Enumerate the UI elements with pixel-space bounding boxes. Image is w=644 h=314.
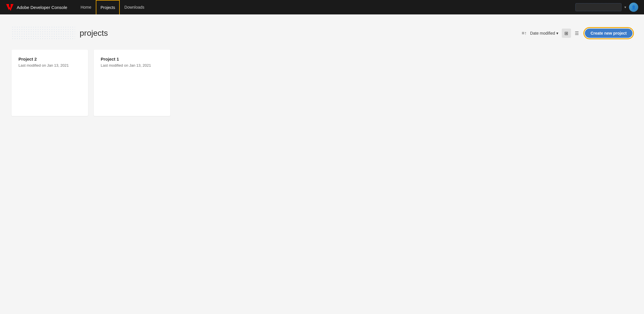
sort-chevron-icon: ▾	[556, 31, 558, 35]
page-title: projects	[80, 29, 108, 38]
nav-home[interactable]: Home	[76, 0, 96, 14]
view-toggle: ⊞ ☰	[562, 29, 581, 38]
sort-dropdown[interactable]: Date modified ▾	[530, 31, 558, 35]
project-card[interactable]: Project 1Last modified on Jan 13, 2021	[94, 50, 170, 116]
list-view-button[interactable]: ☰	[572, 29, 581, 38]
sort-icon: ≡↑	[522, 31, 527, 36]
nav-projects[interactable]: Projects	[96, 0, 120, 14]
project-date: Last modified on Jan 13, 2021	[18, 63, 81, 68]
header-controls: ≡↑ Date modified ▾ ⊞ ☰ Create new projec…	[522, 29, 632, 38]
page-header-left: projects	[12, 26, 522, 40]
org-selector[interactable]	[575, 3, 621, 11]
adobe-logo-icon	[6, 4, 14, 10]
project-card[interactable]: Project 2Last modified on Jan 13, 2021	[12, 50, 88, 116]
projects-grid: Project 2Last modified on Jan 13, 2021Pr…	[12, 50, 170, 116]
project-date: Last modified on Jan 13, 2021	[101, 63, 163, 68]
avatar[interactable]: 👤	[629, 3, 638, 12]
grid-view-button[interactable]: ⊞	[562, 29, 571, 38]
main-content: projects ≡↑ Date modified ▾ ⊞ ☰ Create n…	[0, 14, 644, 128]
project-name: Project 1	[101, 57, 163, 61]
decorative-dots	[12, 26, 75, 40]
nav-right: ▾ 👤	[575, 3, 638, 12]
sort-control[interactable]: ≡↑	[522, 31, 527, 36]
page-header: projects ≡↑ Date modified ▾ ⊞ ☰ Create n…	[12, 26, 632, 40]
top-nav: Adobe Developer Console Home Projects Do…	[0, 0, 644, 14]
nav-links: Home Projects Downloads	[76, 0, 575, 14]
create-new-project-button[interactable]: Create new project	[585, 29, 632, 38]
project-name: Project 2	[18, 57, 81, 61]
chevron-down-icon[interactable]: ▾	[624, 5, 626, 9]
sort-label: Date modified	[530, 31, 555, 35]
app-logo: Adobe Developer Console	[6, 4, 67, 10]
nav-downloads[interactable]: Downloads	[120, 0, 149, 14]
app-title: Adobe Developer Console	[17, 5, 67, 10]
